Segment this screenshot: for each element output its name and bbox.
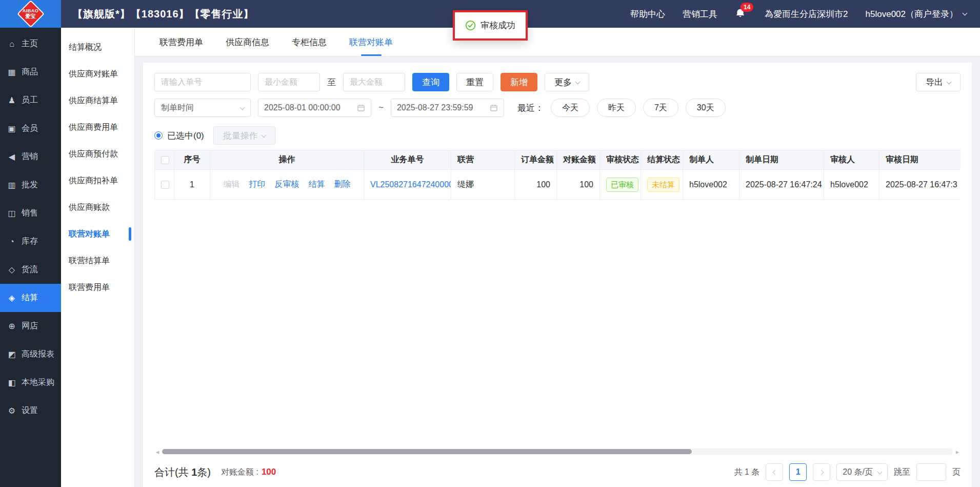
max-amount-input[interactable] [343,73,405,91]
submenu-item-joint-expense[interactable]: 联营费用单 [61,274,134,301]
online-store-icon: ⊕ [7,321,17,331]
more-button[interactable]: 更多 [545,73,589,91]
submenu-item-supplier-balance[interactable]: 供应商账款 [61,194,134,221]
annotation-highlight: 审核成功 [453,10,528,41]
submenu-item-supplier-prepayment[interactable]: 供应商预付款 [61,141,134,167]
toast-message: 审核成功 [481,20,515,31]
row-checkbox[interactable] [161,181,169,189]
sidebar-item-home[interactable]: ⌂主页 [0,30,61,58]
edit-action[interactable]: 编辑 [224,180,240,188]
range-today-button[interactable]: 今天 [551,99,590,117]
sidebar-item-settings[interactable]: ⚙设置 [0,397,61,425]
cell-actions: 编辑打印反审核结算删除 [210,170,364,200]
logistics-icon: ◇ [7,265,17,275]
scroll-right-arrow[interactable]: ▸ [954,449,961,455]
chevron-left-icon [772,470,777,475]
statement-table: 序号 操作 业务单号 联营 订单金额 对账金额 审核状态 结算状态 制单人 制单… [154,150,961,200]
filter-row-3: 已选中(0) 批量操作 [154,126,961,145]
account-menu[interactable]: h5love002（商户登录） [866,8,967,20]
unaudit-action[interactable]: 反审核 [275,180,299,188]
sidebar-item-members[interactable]: ▣会员 [0,114,61,143]
current-page-button[interactable]: 1 [789,463,807,481]
cell-seq: 1 [174,170,210,200]
scroll-left-arrow[interactable]: ◂ [154,449,161,455]
sidebar-item-sales[interactable]: ◫销售 [0,199,61,227]
scrollbar-thumb[interactable] [162,449,692,454]
sidebar-item-advanced-reports[interactable]: ◩高级报表 [0,340,61,368]
next-page-button[interactable] [813,463,830,481]
chevron-right-icon [818,470,824,475]
col-header-order-amount: 订单金额 [515,150,557,170]
page-size-select[interactable]: 20 条/页 [836,463,888,481]
print-action[interactable]: 打印 [249,180,266,188]
scrollbar-track[interactable] [162,449,953,455]
app-logo[interactable]: AIBAO 爱宝 [0,0,61,28]
min-amount-input[interactable] [258,73,320,91]
selected-radio[interactable]: 已选中(0) [154,130,204,142]
jump-page-input[interactable] [916,463,946,481]
prev-page-button[interactable] [766,463,783,481]
submenu-item-supplier-statement[interactable]: 供应商对账单 [61,61,134,87]
submenu-item-joint-settlement[interactable]: 联营结算单 [61,247,134,274]
range-30days-button[interactable]: 30天 [686,99,726,117]
export-button[interactable]: 导出 [916,73,961,91]
marketing-tools-link[interactable]: 营销工具 [683,8,717,20]
sidebar-item-wholesale[interactable]: ▥批发 [0,171,61,199]
inventory-icon: ◔ [7,237,17,246]
sidebar-item-local-purchase[interactable]: ◧本地采购 [0,368,61,397]
sidebar-item-settlement[interactable]: ◈结算 [0,284,61,312]
cell-recon-amount: 100 [557,170,600,200]
col-header-recon-amount: 对账金额 [557,150,600,170]
date-type-select[interactable]: 制单时间 [154,99,251,117]
tab-joint-statement[interactable]: 联营对账单 [349,36,393,56]
reset-button[interactable]: 重置 [456,73,493,91]
submenu-item-joint-statement[interactable]: 联营对账单 [61,221,134,247]
store-name[interactable]: 為愛而生分店深圳市2 [765,8,848,20]
radio-icon [154,131,163,140]
advanced-report-icon: ◩ [7,349,17,359]
home-icon: ⌂ [7,40,17,49]
cell-joint-name: 缇娜 [451,170,515,200]
sidebar-item-inventory[interactable]: ◔库存 [0,227,61,256]
submenu-item-supplier-expense[interactable]: 供应商费用单 [61,114,134,141]
help-center-link[interactable]: 帮助中心 [630,8,665,20]
col-header-settle-status: 结算状态 [641,150,683,170]
sales-icon: ◫ [7,208,17,218]
local-purchase-icon: ◧ [7,378,17,387]
search-button[interactable]: 查询 [412,73,449,91]
col-header-audit-status: 审核状态 [600,150,641,170]
date-end-input[interactable]: 2025-08-27 23:59:59 [391,99,504,117]
sidebar-item-logistics[interactable]: ◇货流 [0,256,61,284]
sidebar-item-staff[interactable]: ♟员工 [0,86,61,114]
range-yesterday-button[interactable]: 昨天 [597,99,636,117]
submenu-item-supplier-settlement[interactable]: 供应商结算单 [61,87,134,114]
select-all-checkbox[interactable] [161,156,169,164]
doc-no-link[interactable]: VL25082716472400001 [370,180,451,189]
chevron-down-icon [877,469,883,474]
tab-supplier-info[interactable]: 供应商信息 [226,36,269,56]
submenu-item-settlement-overview[interactable]: 结算概况 [61,34,134,61]
submenu-item-supplier-deduction[interactable]: 供应商扣补单 [61,167,134,194]
tab-joint-expense[interactable]: 联营费用单 [159,36,203,56]
success-toast: 审核成功 [455,12,526,38]
range-7days-button[interactable]: 7天 [643,99,678,117]
horizontal-scrollbar: ◂ ▸ [154,448,961,455]
chevron-down-icon [261,132,266,138]
add-button[interactable]: 新增 [501,73,537,91]
sidebar-item-goods[interactable]: ▦商品 [0,58,61,86]
sidebar-item-online-store[interactable]: ⊕网店 [0,312,61,340]
sidebar-item-marketing[interactable]: ◀营销 [0,143,61,171]
filter-row-2: 制单时间 2025-08-01 00:00:00 ~ 2025-08-27 23… [154,99,961,117]
batch-actions-button[interactable]: 批量操作 [213,126,275,145]
table-header-row: 序号 操作 业务单号 联营 订单金额 对账金额 审核状态 结算状态 制单人 制单… [155,150,961,170]
window-title: 【旗舰版*】【183016】【零售行业】 [72,7,254,21]
tab-counter-info[interactable]: 专柜信息 [292,36,327,56]
tab-bar: 联营费用单 供应商信息 专柜信息 联营对账单 [135,28,980,56]
order-no-input[interactable] [154,73,251,91]
settings-icon: ⚙ [7,406,17,416]
date-start-input[interactable]: 2025-08-01 00:00:00 [258,99,371,117]
settle-action[interactable]: 结算 [309,180,325,188]
notifications-button[interactable]: 14 [735,7,747,21]
logo-subtext: 爱宝 [23,13,39,19]
delete-action[interactable]: 删除 [334,180,351,188]
